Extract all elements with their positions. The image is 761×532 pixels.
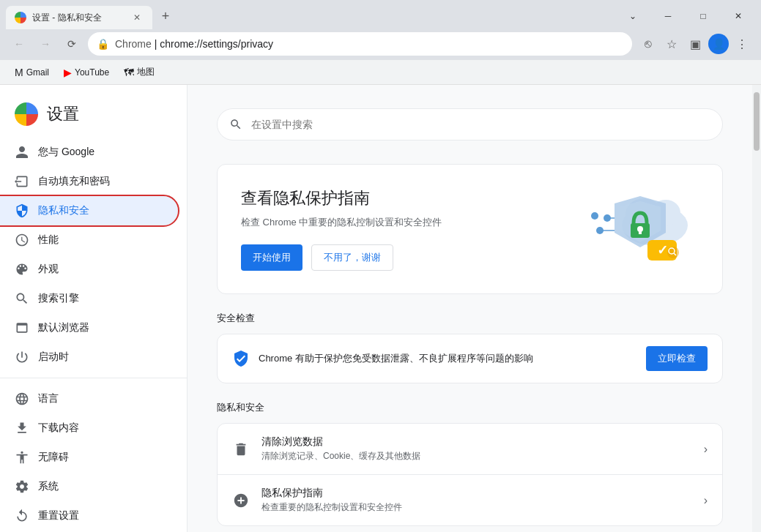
power-icon: [15, 350, 29, 364]
profile-icon[interactable]: 👤: [708, 34, 729, 54]
sidebar-divider: [0, 378, 187, 378]
maximize-button[interactable]: □: [686, 6, 720, 26]
sidebar-item-accessibility[interactable]: 无障碍: [0, 443, 178, 472]
extensions-icon[interactable]: ▣: [685, 34, 705, 54]
minimize-button[interactable]: ─: [651, 6, 685, 26]
clear-data-title: 清除浏览数据: [261, 435, 692, 449]
sidebar-item-appearance[interactable]: 外观: [0, 255, 178, 284]
privacy-list-item-guide[interactable]: 隐私保护指南 检查重要的隐私控制设置和安全控件 ›: [218, 475, 722, 525]
card-buttons: 开始使用 不用了，谢谢: [241, 244, 549, 271]
person-icon: [15, 145, 29, 160]
bookmark-maps-label: 地图: [137, 66, 155, 78]
privacy-guide-card: 查看隐私保护指南 检查 Chrome 中重要的隐私控制设置和安全控件 开始使用 …: [217, 164, 723, 294]
illustration-svg: ✓: [567, 185, 699, 273]
sidebar-item-startup[interactable]: 启动时: [0, 342, 178, 372]
new-tab-button[interactable]: +: [155, 6, 176, 26]
chrome-logo-icon: [15, 102, 38, 126]
sidebar-item-google[interactable]: 您与 Google: [0, 138, 178, 167]
sidebar-item-default-browser-label: 默认浏览器: [38, 321, 89, 334]
sidebar-item-accessibility-label: 无障碍: [38, 451, 69, 464]
chevron-right-icon-2: ›: [704, 494, 708, 507]
share-icon[interactable]: ⎋: [638, 34, 658, 54]
settings-search-box[interactable]: [217, 108, 723, 141]
tab-favicon: [15, 12, 26, 23]
browser-icon: [15, 321, 29, 335]
privacy-guide-title: 隐私保护指南: [261, 487, 692, 500]
reload-button[interactable]: ⟳: [62, 34, 82, 54]
start-button[interactable]: 开始使用: [241, 244, 302, 271]
menu-icon[interactable]: ⋮: [732, 34, 752, 54]
download-icon: [15, 421, 29, 435]
browser-frame: 设置 - 隐私和安全 ✕ + ⌄ ─ □ ✕ ← → ⟳ 🔒 Chrome | …: [0, 0, 761, 532]
sidebar-item-appearance-label: 外观: [38, 263, 59, 276]
gmail-icon: M: [15, 67, 23, 78]
autofill-icon: [15, 174, 29, 189]
bookmark-icon[interactable]: ☆: [661, 34, 682, 54]
safety-check-card: Chrome 有助于保护您免受数据泄露、不良扩展程序等问题的影响 立即检查: [217, 334, 723, 383]
search-settings-icon: [229, 118, 242, 131]
tab-close-button[interactable]: ✕: [130, 11, 144, 24]
settings-logo: 设置: [0, 97, 187, 138]
sidebar-item-autofill-label: 自动填充和密码: [38, 175, 110, 188]
sidebar-item-search[interactable]: 搜索引擎: [0, 284, 178, 313]
sidebar-item-autofill[interactable]: 自动填充和密码: [0, 167, 178, 196]
clear-data-text: 清除浏览数据 清除浏览记录、Cookie、缓存及其他数据: [261, 435, 692, 462]
sidebar-item-default-browser[interactable]: 默认浏览器: [0, 313, 178, 342]
sidebar-item-google-label: 您与 Google: [38, 146, 94, 159]
card-text: 查看隐私保护指南 检查 Chrome 中重要的隐私控制设置和安全控件 开始使用 …: [241, 187, 549, 271]
language-icon: [15, 391, 29, 406]
tab-title: 设置 - 隐私和安全: [32, 12, 125, 24]
sidebar-item-performance[interactable]: 性能: [0, 225, 178, 255]
sidebar-item-reset-label: 重置设置: [38, 509, 79, 522]
chevron-right-icon: ›: [704, 443, 708, 456]
sidebar-item-downloads[interactable]: 下载内容: [0, 413, 178, 443]
performance-icon: [15, 233, 29, 247]
sidebar-item-reset[interactable]: 重置设置: [0, 501, 178, 531]
bookmarks-bar: M Gmail ▶ YouTube 🗺 地图: [0, 60, 761, 85]
privacy-list-item-clear-data[interactable]: 清除浏览数据 清除浏览记录、Cookie、缓存及其他数据 ›: [218, 424, 722, 475]
safety-shield-icon: [232, 350, 250, 367]
decline-button[interactable]: 不用了，谢谢: [311, 244, 393, 271]
clear-data-desc: 清除浏览记录、Cookie、缓存及其他数据: [261, 450, 692, 462]
sidebar-item-system-label: 系统: [38, 480, 59, 493]
sidebar-item-privacy[interactable]: 隐私和安全: [0, 196, 178, 225]
search-icon: [15, 291, 29, 306]
reset-icon: [15, 509, 29, 523]
sidebar-item-search-label: 搜索引擎: [38, 292, 79, 305]
sidebar-item-language[interactable]: 语言: [0, 384, 178, 413]
check-now-button[interactable]: 立即检查: [646, 346, 708, 371]
privacy-section-card: 清除浏览数据 清除浏览记录、Cookie、缓存及其他数据 › 隐私保护指南 检查…: [217, 423, 723, 526]
forward-button[interactable]: →: [35, 34, 56, 54]
safety-check-text: Chrome 有助于保护您免受数据泄露、不良扩展程序等问题的影响: [259, 352, 637, 365]
svg-point-8: [591, 212, 598, 220]
sidebar-item-system[interactable]: 系统: [0, 472, 178, 501]
active-tab[interactable]: 设置 - 隐私和安全 ✕: [6, 6, 152, 29]
bookmark-gmail-label: Gmail: [26, 67, 49, 78]
privacy-section-header: 隐私和安全: [217, 401, 723, 414]
chevron-down-icon[interactable]: ⌄: [616, 6, 650, 26]
bookmark-youtube-label: YouTube: [75, 67, 109, 78]
settings-title: 设置: [47, 103, 79, 125]
card-desc: 检查 Chrome 中重要的隐私控制设置和安全控件: [241, 215, 549, 230]
toolbar-icons: ⎋ ☆ ▣ 👤 ⋮: [638, 34, 752, 54]
right-scrollbar[interactable]: [752, 85, 761, 532]
address-brand: Chrome: [115, 38, 152, 50]
sidebar-item-privacy-label: 隐私和安全: [38, 204, 89, 217]
bookmark-gmail[interactable]: M Gmail: [9, 64, 55, 81]
sidebar-item-performance-label: 性能: [38, 233, 59, 247]
page-area: 查看隐私保护指南 检查 Chrome 中重要的隐私控制设置和安全控件 开始使用 …: [188, 85, 752, 532]
address-bar: ← → ⟳ 🔒 Chrome | chrome://settings/priva…: [0, 29, 761, 60]
back-button[interactable]: ←: [9, 34, 29, 54]
privacy-guide-text: 隐私保护指南 检查重要的隐私控制设置和安全控件: [261, 487, 692, 514]
safety-check-section-header: 安全检查: [217, 312, 723, 325]
scrollbar-thumb[interactable]: [754, 92, 760, 151]
accessibility-icon: [15, 450, 29, 465]
settings-search-input[interactable]: [251, 119, 710, 130]
maps-icon: 🗺: [124, 67, 134, 78]
bookmark-youtube[interactable]: ▶ YouTube: [58, 64, 115, 81]
close-button[interactable]: ✕: [721, 6, 755, 26]
sidebar-item-language-label: 语言: [38, 392, 59, 405]
address-input[interactable]: 🔒 Chrome | chrome://settings/privacy: [88, 32, 632, 56]
sidebar-item-downloads-label: 下载内容: [38, 422, 79, 435]
bookmark-maps[interactable]: 🗺 地图: [118, 63, 160, 81]
